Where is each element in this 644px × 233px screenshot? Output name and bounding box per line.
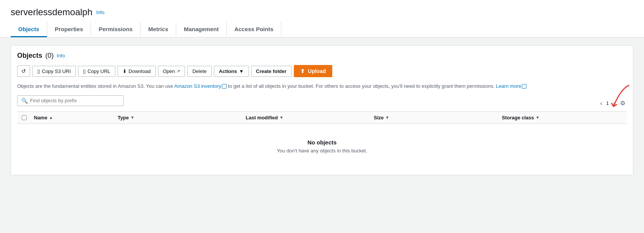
tab-permissions[interactable]: Permissions xyxy=(91,22,140,37)
copy-url-icon: ▯ xyxy=(83,68,86,74)
search-input[interactable] xyxy=(30,98,120,103)
sort-name-icon: ▲ xyxy=(49,115,53,120)
upload-button[interactable]: ⬆ Upload xyxy=(294,65,332,77)
next-page-button[interactable]: › xyxy=(611,99,616,108)
bucket-name: serverlessdemoalph xyxy=(11,7,92,17)
actions-button[interactable]: Actions ▼ xyxy=(214,66,249,77)
empty-state: No objects You don't have any objects in… xyxy=(17,124,627,169)
sort-storage-icon: ▼ xyxy=(536,115,540,120)
panel-info-link[interactable]: Info xyxy=(57,53,65,59)
open-button[interactable]: Open ↗ xyxy=(158,66,185,77)
download-icon: ⬇ xyxy=(123,68,127,74)
objects-count: (0) xyxy=(45,52,54,60)
copy-s3-uri-icon: ▯ xyxy=(37,68,40,74)
search-row: 🔍 ‹ 1 › ⚙ xyxy=(17,95,627,111)
copy-url-button[interactable]: ▯ Copy URL xyxy=(78,66,115,77)
objects-panel: Objects (0) Info ↺ ▯ Copy S3 URI ▯ Copy … xyxy=(11,45,633,175)
search-bar-container: 🔍 xyxy=(17,95,124,106)
actions-chevron-icon: ▼ xyxy=(239,68,244,74)
header-info-link[interactable]: Info xyxy=(96,10,105,15)
select-all-checkbox[interactable] xyxy=(22,115,27,120)
objects-description: Objects are the fundamental entities sto… xyxy=(17,82,627,90)
page-number: 1 xyxy=(606,100,609,106)
create-folder-button[interactable]: Create folder xyxy=(251,66,292,77)
download-button[interactable]: ⬇ Download xyxy=(118,66,156,77)
search-icon: 🔍 xyxy=(21,98,28,104)
empty-state-title: No objects xyxy=(23,139,621,146)
tab-metrics[interactable]: Metrics xyxy=(140,22,176,37)
s3-inventory-link[interactable]: Amazon S3 inventory xyxy=(174,83,222,89)
content-area: Objects (0) Info ↺ ▯ Copy S3 URI ▯ Copy … xyxy=(0,38,644,183)
panel-header: Objects (0) Info xyxy=(17,52,627,60)
external-link-icon-1 xyxy=(222,84,226,89)
pagination-controls: ‹ 1 › ⚙ xyxy=(599,99,627,108)
panel-title: Objects xyxy=(17,52,42,60)
open-external-icon: ↗ xyxy=(177,69,180,74)
page-header: serverlessdemoalph Info Objects Properti… xyxy=(0,0,644,38)
table-header: Name ▲ Type ▼ Last modified ▼ Size ▼ Sto… xyxy=(17,111,627,124)
tab-access-points[interactable]: Access Points xyxy=(227,22,282,37)
tab-properties[interactable]: Properties xyxy=(47,22,91,37)
objects-toolbar: ↺ ▯ Copy S3 URI ▯ Copy URL ⬇ Download Op… xyxy=(17,65,627,77)
th-size[interactable]: Size ▼ xyxy=(371,115,499,120)
delete-button[interactable]: Delete xyxy=(187,66,212,77)
refresh-icon: ↺ xyxy=(21,68,26,74)
refresh-button[interactable]: ↺ xyxy=(17,65,30,77)
upload-icon: ⬆ xyxy=(300,68,305,74)
sort-modified-icon: ▼ xyxy=(279,115,284,120)
sort-type-icon: ▼ xyxy=(130,115,134,120)
tab-objects[interactable]: Objects xyxy=(11,22,47,37)
tabs-nav: Objects Properties Permissions Metrics M… xyxy=(11,22,633,37)
tab-management[interactable]: Management xyxy=(176,22,227,37)
bucket-title-row: serverlessdemoalph Info xyxy=(11,7,633,21)
th-storage-class[interactable]: Storage class ▼ xyxy=(499,115,627,120)
empty-state-subtitle: You don't have any objects in this bucke… xyxy=(23,148,621,154)
prev-page-button[interactable]: ‹ xyxy=(599,99,604,108)
table-settings-button[interactable]: ⚙ xyxy=(618,99,627,108)
sort-size-icon: ▼ xyxy=(385,115,389,120)
external-link-icon-2 xyxy=(522,84,526,89)
copy-s3-uri-button[interactable]: ▯ Copy S3 URI xyxy=(32,66,76,77)
th-checkbox xyxy=(17,115,31,120)
th-name[interactable]: Name ▲ xyxy=(31,115,115,120)
th-type[interactable]: Type ▼ xyxy=(115,115,243,120)
th-last-modified[interactable]: Last modified ▼ xyxy=(243,115,371,120)
learn-more-link[interactable]: Learn more xyxy=(496,83,521,89)
